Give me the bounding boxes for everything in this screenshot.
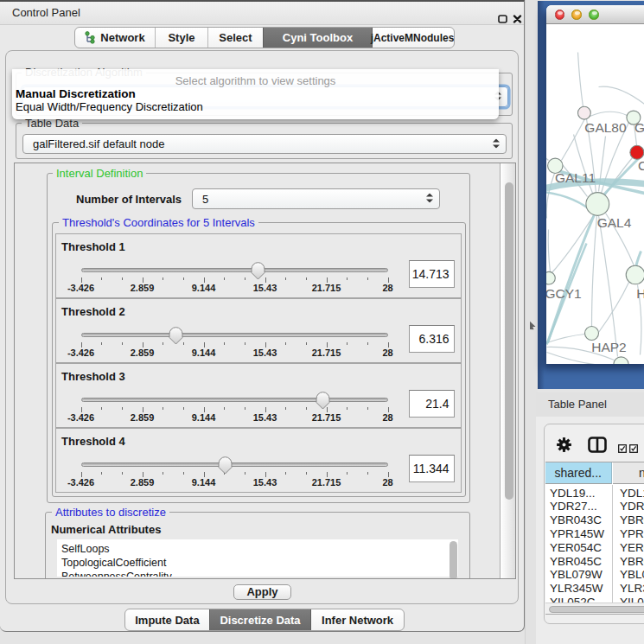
minimize-traffic-light[interactable]	[571, 10, 582, 20]
control-panel-titlebar[interactable]: Control Panel	[0, 2, 524, 25]
tab-jactivemnodules[interactable]: jActiveMNodules	[372, 28, 452, 48]
attribute-list-item[interactable]: SelfLoops	[57, 542, 458, 556]
network-edge[interactable]	[598, 86, 644, 104]
table-row[interactable]: YPR145WYPR1	[545, 527, 644, 541]
network-node-gcy1[interactable]	[546, 271, 555, 284]
slider-thumb[interactable]	[217, 456, 233, 475]
table-data-combo[interactable]: galFiltered.sif default node	[22, 134, 507, 154]
slider-track[interactable]	[81, 398, 388, 402]
tab-discretize-data[interactable]: Discretize Data	[209, 609, 310, 630]
attribute-list-item[interactable]: TopologicalCoefficient	[57, 556, 458, 570]
network-edge[interactable]	[590, 112, 627, 116]
slider-track[interactable]	[81, 333, 388, 337]
cell-shared-name[interactable]: YIL052C	[550, 596, 596, 603]
apply-button[interactable]: Apply	[233, 584, 291, 600]
cell-name[interactable]: YBR0	[620, 513, 644, 527]
network-canvas[interactable]: GAL80GACGAL11GAL4GCY1HHAP2	[546, 25, 644, 365]
cell-name[interactable]: YDR2	[620, 500, 644, 513]
table-row[interactable]: YER054CYER0	[545, 541, 644, 555]
tab-infer-network[interactable]: Infer Network	[310, 609, 404, 630]
close-traffic-light[interactable]	[555, 10, 565, 20]
cell-shared-name[interactable]: YBR045C	[550, 555, 602, 569]
cell-shared-name[interactable]: YER054C	[550, 541, 602, 555]
slider-tick	[285, 342, 286, 345]
split-view-icon[interactable]	[588, 437, 607, 456]
network-edge[interactable]	[577, 52, 583, 106]
network-edge[interactable]	[561, 118, 584, 160]
network-node-gal4[interactable]	[585, 192, 609, 215]
threshold-value-field[interactable]: 11.344	[409, 455, 455, 483]
slider-thumb[interactable]	[168, 327, 184, 345]
table-hscrollbar-thumb[interactable]	[549, 606, 644, 613]
table-panel-header[interactable]: Table Panel	[536, 392, 644, 417]
network-edge[interactable]	[598, 215, 617, 356]
table-row[interactable]: YBR043CYBR0	[545, 513, 644, 527]
cell-name[interactable]: YDL1	[620, 487, 644, 501]
cell-name[interactable]: YBR0	[620, 555, 644, 569]
table-hscrollbar-track[interactable]	[545, 603, 644, 615]
network-node-h[interactable]	[626, 265, 644, 284]
gear-icon[interactable]	[557, 437, 571, 456]
cell-name[interactable]: YER0	[620, 541, 644, 555]
table-row[interactable]: YBL079WYBL0	[545, 568, 644, 582]
slider-track[interactable]	[81, 268, 388, 272]
dropdown-option-manual[interactable]: Manual Discretization	[12, 87, 499, 100]
cell-shared-name[interactable]: YBR043C	[550, 513, 602, 527]
dropdown-option-equal-width[interactable]: Equal Width/Frequency Discretization	[12, 100, 499, 113]
float-window-icon[interactable]	[498, 11, 507, 27]
network-window-titlebar[interactable]	[546, 5, 644, 25]
cell-shared-name[interactable]: YDR27...	[550, 500, 597, 513]
network-edge[interactable]	[546, 334, 584, 342]
close-icon[interactable]	[513, 11, 522, 27]
network-node-label: GAL4	[596, 214, 631, 229]
cell-shared-name[interactable]: YLR345W	[550, 582, 603, 596]
checkbox-icon[interactable]	[618, 441, 627, 456]
column-header-shared-name[interactable]: shared...	[545, 462, 613, 484]
slider-track[interactable]	[81, 462, 388, 467]
slider-thumb[interactable]	[250, 262, 266, 280]
network-node-label: GA	[634, 120, 644, 135]
network-node-hap2[interactable]	[584, 326, 598, 340]
tab-cyni-toolbox[interactable]: Cyni Toolbox	[263, 28, 372, 48]
table-row[interactable]: YDL19...YDL1	[545, 487, 644, 501]
cell-shared-name[interactable]: YPR145W	[550, 527, 604, 541]
threshold-value-field[interactable]: 6.316	[409, 325, 455, 354]
threshold-value-field[interactable]: 21.4	[409, 390, 455, 418]
cell-shared-name[interactable]: YDL19...	[550, 487, 596, 501]
attributes-list-scrollbar[interactable]	[450, 541, 457, 579]
numerical-attributes-list[interactable]: SelfLoopsTopologicalCoefficientBetweenne…	[57, 539, 458, 577]
checkbox-icon[interactable]	[629, 441, 638, 456]
tab-label: Style	[168, 31, 194, 44]
main-scrollbar-track[interactable]	[500, 163, 515, 578]
table-row[interactable]: YLR345WYLR3	[545, 582, 644, 596]
table-row[interactable]: YBR045CYBR0	[545, 555, 644, 569]
attribute-list-item[interactable]: BetweennessCentrality	[57, 570, 458, 577]
main-scrollbar-thumb[interactable]	[505, 182, 513, 500]
zoom-traffic-light[interactable]	[589, 10, 599, 20]
network-edge[interactable]	[591, 215, 596, 326]
dropdown-placeholder-item[interactable]: Select algorithm to view settings	[12, 74, 499, 87]
network-node-gal80[interactable]	[577, 106, 590, 119]
network-edge[interactable]	[546, 150, 549, 160]
attributes-group-title: Attributes to discretize	[52, 507, 169, 519]
tab-network[interactable]: Network	[75, 28, 155, 48]
cell-name[interactable]: YLR3	[620, 582, 644, 596]
tab-style[interactable]: Style	[155, 28, 207, 48]
slider-tick-label: 9.144	[192, 477, 216, 488]
network-edge[interactable]	[548, 229, 550, 271]
cell-name[interactable]: YPR1	[620, 527, 644, 541]
threshold-value-field[interactable]: 14.713	[409, 260, 455, 289]
cell-name[interactable]: YIL0	[620, 596, 644, 603]
tab-select[interactable]: Select	[207, 28, 263, 48]
slider-tick-label: 2.859	[131, 477, 155, 488]
network-node[interactable]	[613, 356, 628, 364]
table-row[interactable]: YDR27...YDR2	[545, 500, 644, 513]
cell-shared-name[interactable]: YBL079W	[550, 568, 603, 582]
table-row[interactable]: YIL052CYIL0	[545, 596, 644, 603]
slider-thumb[interactable]	[315, 392, 331, 410]
network-edge[interactable]	[546, 173, 554, 218]
cell-name[interactable]: YBL0	[620, 568, 644, 582]
tab-impute-data[interactable]: Impute Data	[125, 609, 209, 630]
column-header-name[interactable]: n	[613, 462, 644, 484]
number-of-intervals-spinner[interactable]: 5	[192, 188, 440, 209]
